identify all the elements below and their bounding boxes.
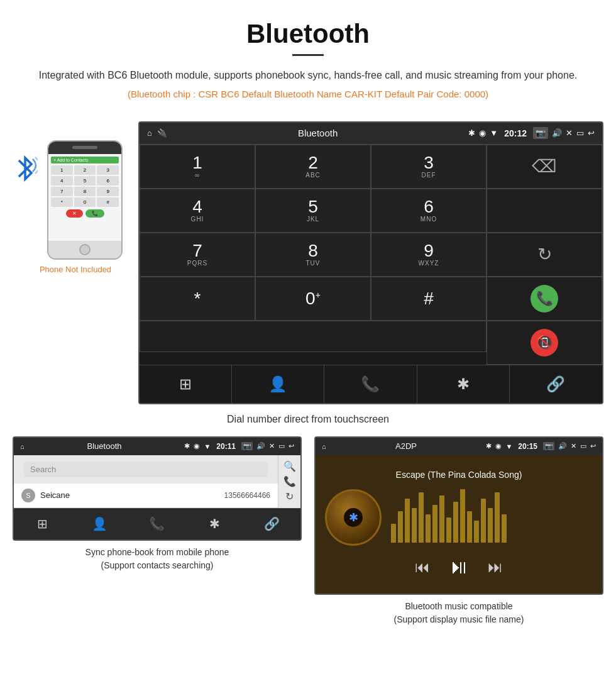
pb-time: 20:11	[216, 442, 236, 451]
pb-call-icon[interactable]: 📞	[283, 475, 296, 487]
dial-caption: Dial number direct from touchscreen	[0, 414, 616, 425]
phone-key-0: 0	[74, 197, 96, 207]
phone-key-7: 7	[51, 187, 73, 196]
bluetooth-status-icon: ✱	[468, 128, 475, 138]
phone-illustration: + Add to Contacts 1 2 3 4 5 6 7 8 9 * 0 …	[13, 121, 138, 274]
music-loc-icon: ◉	[495, 442, 502, 450]
pb-back-icon: ↩	[289, 442, 294, 450]
dial-key-0[interactable]: 0+	[255, 277, 371, 321]
dial-key-5[interactable]: 5 JKL	[255, 189, 371, 233]
music-play-pause-button[interactable]: ⏯	[449, 555, 469, 578]
usb-icon: 🔌	[157, 128, 167, 138]
pb-search-placeholder: Search	[30, 465, 56, 474]
phonebook-screen-block: ⌂ Bluetooth ✱ ◉ ▼ 20:11 📷 🔊 ✕ ▭ ↩ Search	[13, 436, 302, 626]
pb-contact-avatar: S	[21, 489, 35, 502]
android-dial-screen: ⌂ 🔌 Bluetooth ✱ ◉ ▼ 20:12 📷 🔊 ✕ ▭ ↩ 1 ∞	[138, 121, 603, 404]
close-icon: ✕	[566, 128, 573, 138]
phone-screen-header: + Add to Contacts	[51, 157, 119, 163]
nav-dialpad[interactable]: ⊞	[140, 365, 232, 403]
music-main-area: ✱	[325, 489, 593, 546]
music-visualizer	[391, 492, 593, 543]
pb-bottom-nav: ⊞ 👤 📞 ✱ 🔗	[14, 508, 300, 539]
dial-end-button[interactable]: 📵	[487, 321, 602, 365]
dial-key-6[interactable]: 6 MNO	[371, 189, 487, 233]
dial-key-7[interactable]: 7 PQRS	[140, 233, 255, 277]
pb-refresh-icon[interactable]: ↻	[285, 490, 294, 502]
status-left-icons: ⌂ 🔌	[147, 128, 167, 138]
music-bar-14	[488, 508, 493, 543]
dial-key-3[interactable]: 3 DEF	[371, 145, 487, 189]
music-bt-symbol: ✱	[349, 511, 358, 524]
pb-nav-phone[interactable]: 📞	[128, 509, 185, 539]
pb-contact-row[interactable]: S Seicane 13566664466	[14, 484, 278, 508]
camera-icon: 📷	[533, 127, 548, 139]
pb-nav-contacts[interactable]: 👤	[71, 509, 128, 539]
nav-contacts[interactable]: 👤	[232, 365, 324, 403]
pb-nav-bt[interactable]: ✱	[186, 509, 243, 539]
music-bar-10	[460, 489, 465, 543]
dial-key-9[interactable]: 9 WXYZ	[371, 233, 487, 277]
pb-loc-icon: ◉	[194, 442, 200, 450]
dial-call-button[interactable]: 📞	[487, 277, 602, 321]
dialpad-grid: 1 ∞ 2 ABC 3 DEF ⌫ 4 GHI 5 JKL	[140, 144, 602, 365]
music-home-icon: ⌂	[322, 443, 326, 450]
music-controls: ⏮ ⏯ ⏭	[325, 555, 593, 578]
phone-not-included-label: Phone Not Included	[40, 265, 111, 274]
dial-empty-r5	[140, 321, 487, 352]
dial-key-1[interactable]: 1 ∞	[140, 145, 255, 189]
music-status-bar: ⌂ A2DP ✱ ◉ ▼ 20:15 📷 🔊 ✕ ▭ ↩	[316, 438, 602, 455]
nav-phone[interactable]: 📞	[324, 365, 417, 403]
pb-icon-column: 🔍 📞 ↻	[278, 455, 300, 508]
phone-speaker	[72, 146, 97, 149]
pb-content-area: Search S Seicane 13566664466 🔍 📞 ↻	[14, 455, 300, 508]
backspace-icon: ⌫	[532, 156, 557, 177]
pb-search-bar[interactable]: Search	[24, 462, 268, 477]
phonebook-screen: ⌂ Bluetooth ✱ ◉ ▼ 20:11 📷 🔊 ✕ ▭ ↩ Search	[13, 436, 302, 541]
phone-key-9: 9	[97, 187, 119, 196]
pb-signal-icon: ▼	[204, 443, 211, 450]
phone-key-3: 3	[97, 165, 119, 175]
music-screen: ⌂ A2DP ✱ ◉ ▼ 20:15 📷 🔊 ✕ ▭ ↩ Escape (The…	[314, 436, 603, 595]
dial-status-bar: ⌂ 🔌 Bluetooth ✱ ◉ ▼ 20:12 📷 🔊 ✕ ▭ ↩	[140, 123, 602, 144]
time-display: 20:12	[504, 128, 527, 138]
pb-search-icon[interactable]: 🔍	[283, 460, 296, 472]
music-bar-1	[398, 511, 403, 543]
music-bar-13	[481, 499, 486, 543]
dial-key-2[interactable]: 2 ABC	[255, 145, 371, 189]
dial-empty-r2	[487, 189, 602, 233]
pb-nav-link[interactable]: 🔗	[243, 509, 300, 539]
status-right-icons: ✱ ◉ ▼ 20:12 📷 🔊 ✕ ▭ ↩	[468, 127, 595, 139]
music-screen-block: ⌂ A2DP ✱ ◉ ▼ 20:15 📷 🔊 ✕ ▭ ↩ Escape (The…	[314, 436, 603, 626]
nav-bluetooth[interactable]: ✱	[417, 365, 510, 403]
bottom-screens: ⌂ Bluetooth ✱ ◉ ▼ 20:11 📷 🔊 ✕ ▭ ↩ Search	[0, 436, 616, 633]
dial-key-8[interactable]: 8 TUV	[255, 233, 371, 277]
phone-image: + Add to Contacts 1 2 3 4 5 6 7 8 9 * 0 …	[47, 140, 123, 260]
pb-list-area: Search S Seicane 13566664466	[14, 455, 278, 508]
music-win-icon: ▭	[580, 442, 586, 450]
music-bar-6	[432, 505, 437, 543]
music-bar-12	[474, 521, 479, 543]
pb-bt-icon: ✱	[184, 442, 190, 450]
phone-key-4: 4	[51, 176, 73, 185]
nav-link[interactable]: 🔗	[510, 365, 602, 403]
location-icon: ◉	[479, 128, 486, 138]
back-icon: ↩	[588, 128, 595, 138]
music-bar-9	[453, 502, 458, 543]
dial-backspace[interactable]: ⌫	[487, 145, 602, 189]
music-next-button[interactable]: ⏭	[488, 558, 503, 576]
pb-nav-dialpad[interactable]: ⊞	[14, 509, 71, 539]
dial-key-4[interactable]: 4 GHI	[140, 189, 255, 233]
main-content-area: + Add to Contacts 1 2 3 4 5 6 7 8 9 * 0 …	[0, 121, 616, 404]
pb-search-wrapper: Search	[14, 455, 278, 484]
music-bar-7	[439, 495, 444, 543]
dial-key-hash[interactable]: #	[371, 277, 487, 321]
phone-wrapper: + Add to Contacts 1 2 3 4 5 6 7 8 9 * 0 …	[35, 140, 116, 260]
signal-icon: ▼	[490, 128, 498, 138]
title-divider	[292, 54, 324, 56]
music-signal-icon: ▼	[505, 443, 512, 450]
music-prev-button[interactable]: ⏮	[415, 558, 430, 576]
dial-refresh[interactable]: ↻	[487, 233, 602, 277]
dial-key-star[interactable]: *	[140, 277, 255, 321]
music-vol-icon: 🔊	[558, 442, 567, 450]
subtitle-text: Integrated with BC6 Bluetooth module, su…	[38, 67, 578, 84]
